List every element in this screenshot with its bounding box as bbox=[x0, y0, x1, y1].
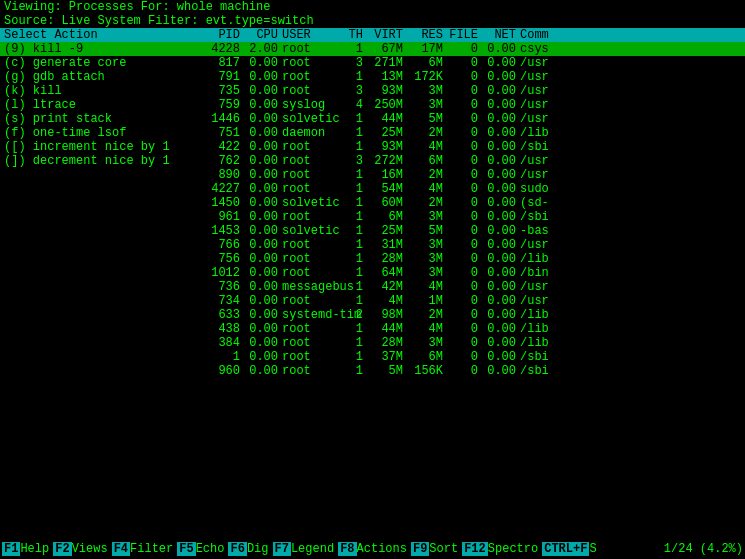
proc-user: solvetic bbox=[282, 224, 342, 238]
proc-net: 0.00 bbox=[482, 266, 520, 280]
proc-th: 1 bbox=[342, 210, 367, 224]
table-row[interactable]: 1 0.00 root 1 37M 6M 0 0.00 /sbi bbox=[0, 350, 745, 364]
fn-key-f8[interactable]: F8 bbox=[338, 542, 356, 556]
proc-net: 0.00 bbox=[482, 140, 520, 154]
proc-res: 6M bbox=[407, 350, 447, 364]
proc-comm: /usr bbox=[520, 56, 741, 70]
proc-action: (l) ltrace bbox=[4, 98, 199, 112]
fn-label-views: Views bbox=[72, 542, 108, 556]
proc-comm: /usr bbox=[520, 168, 741, 182]
header-file: FILE bbox=[447, 28, 482, 42]
proc-res: 3M bbox=[407, 210, 447, 224]
table-row[interactable]: 756 0.00 root 1 28M 3M 0 0.00 /lib bbox=[0, 252, 745, 266]
proc-net: 0.00 bbox=[482, 84, 520, 98]
proc-cpu: 0.00 bbox=[244, 84, 282, 98]
proc-comm: /sbi bbox=[520, 140, 741, 154]
table-row[interactable]: 961 0.00 root 1 6M 3M 0 0.00 /sbi bbox=[0, 210, 745, 224]
table-row[interactable]: (l) ltrace 759 0.00 syslog 4 250M 3M 0 0… bbox=[0, 98, 745, 112]
fn-key-ctrlf[interactable]: CTRL+F bbox=[542, 542, 589, 556]
proc-user: solvetic bbox=[282, 112, 342, 126]
table-row[interactable]: (c) generate core 817 0.00 root 3 271M 6… bbox=[0, 56, 745, 70]
table-row[interactable]: 633 0.00 systemd-tim 2 98M 2M 0 0.00 /li… bbox=[0, 308, 745, 322]
proc-virt: 93M bbox=[367, 84, 407, 98]
proc-comm: /usr bbox=[520, 84, 741, 98]
header-row: Select Action PID CPU USER TH VIRT RES F… bbox=[0, 28, 745, 42]
proc-cpu: 0.00 bbox=[244, 322, 282, 336]
table-row[interactable]: 1450 0.00 solvetic 1 60M 2M 0 0.00 (sd- bbox=[0, 196, 745, 210]
table-row[interactable]: 734 0.00 root 1 4M 1M 0 0.00 /usr bbox=[0, 294, 745, 308]
proc-pid: 734 bbox=[199, 294, 244, 308]
proc-user: root bbox=[282, 56, 342, 70]
proc-action bbox=[4, 196, 199, 210]
proc-virt: 54M bbox=[367, 182, 407, 196]
fn-key-f2[interactable]: F2 bbox=[53, 542, 71, 556]
proc-cpu: 2.00 bbox=[244, 42, 282, 56]
fn-key-f6[interactable]: F6 bbox=[228, 542, 246, 556]
proc-action bbox=[4, 350, 199, 364]
proc-pid: 766 bbox=[199, 238, 244, 252]
proc-file: 0 bbox=[447, 56, 482, 70]
proc-virt: 272M bbox=[367, 154, 407, 168]
proc-virt: 44M bbox=[367, 322, 407, 336]
proc-comm: -bas bbox=[520, 224, 741, 238]
proc-cpu: 0.00 bbox=[244, 182, 282, 196]
header-cpu: CPU bbox=[244, 28, 282, 42]
proc-res: 4M bbox=[407, 182, 447, 196]
proc-file: 0 bbox=[447, 350, 482, 364]
proc-cpu: 0.00 bbox=[244, 168, 282, 182]
table-row[interactable]: (f) one-time lsof 751 0.00 daemon 1 25M … bbox=[0, 126, 745, 140]
fn-key-f7[interactable]: F7 bbox=[273, 542, 291, 556]
table-row[interactable]: 1453 0.00 solvetic 1 25M 5M 0 0.00 -bas bbox=[0, 224, 745, 238]
table-row[interactable]: 766 0.00 root 1 31M 3M 0 0.00 /usr bbox=[0, 238, 745, 252]
fn-key-f9[interactable]: F9 bbox=[411, 542, 429, 556]
proc-cpu: 0.00 bbox=[244, 266, 282, 280]
fn-key-f12[interactable]: F12 bbox=[462, 542, 488, 556]
table-row[interactable]: (]) decrement nice by 1 762 0.00 root 3 … bbox=[0, 154, 745, 168]
proc-file: 0 bbox=[447, 112, 482, 126]
proc-pid: 633 bbox=[199, 308, 244, 322]
proc-th: 1 bbox=[342, 196, 367, 210]
table-row[interactable]: 890 0.00 root 1 16M 2M 0 0.00 /usr bbox=[0, 168, 745, 182]
proc-res: 17M bbox=[407, 42, 447, 56]
table-row[interactable]: 4227 0.00 root 1 54M 4M 0 0.00 sudo bbox=[0, 182, 745, 196]
proc-action bbox=[4, 322, 199, 336]
table-row[interactable]: (s) print stack 1446 0.00 solvetic 1 44M… bbox=[0, 112, 745, 126]
screen: Viewing: Processes For: whole machine So… bbox=[0, 0, 745, 559]
fn-key-f5[interactable]: F5 bbox=[177, 542, 195, 556]
proc-res: 4M bbox=[407, 140, 447, 154]
proc-cpu: 0.00 bbox=[244, 154, 282, 168]
proc-file: 0 bbox=[447, 322, 482, 336]
fn-key-f4[interactable]: F4 bbox=[112, 542, 130, 556]
proc-comm: /usr bbox=[520, 70, 741, 84]
table-row[interactable]: 1012 0.00 root 1 64M 3M 0 0.00 /bin bbox=[0, 266, 745, 280]
proc-action bbox=[4, 294, 199, 308]
proc-res: 172K bbox=[407, 70, 447, 84]
proc-comm: /sbi bbox=[520, 210, 741, 224]
proc-net: 0.00 bbox=[482, 224, 520, 238]
table-row[interactable]: (k) kill 735 0.00 root 3 93M 3M 0 0.00 /… bbox=[0, 84, 745, 98]
fn-label-sort: Sort bbox=[429, 542, 458, 556]
table-row[interactable]: (9) kill -9 4228 2.00 root 1 67M 17M 0 0… bbox=[0, 42, 745, 56]
proc-th: 3 bbox=[342, 154, 367, 168]
table-row[interactable]: ([) increment nice by 1 422 0.00 root 1 … bbox=[0, 140, 745, 154]
fn-label-echo: Echo bbox=[196, 542, 225, 556]
proc-th: 1 bbox=[342, 182, 367, 196]
fn-label-spectro: Spectro bbox=[488, 542, 538, 556]
proc-res: 3M bbox=[407, 336, 447, 350]
fn-label-filter: Filter bbox=[130, 542, 173, 556]
fn-key-f1[interactable]: F1 bbox=[2, 542, 20, 556]
proc-comm: /usr bbox=[520, 238, 741, 252]
proc-user: root bbox=[282, 350, 342, 364]
proc-th: 1 bbox=[342, 168, 367, 182]
proc-pid: 762 bbox=[199, 154, 244, 168]
proc-action bbox=[4, 364, 199, 378]
table-row[interactable]: 736 0.00 messagebus 1 42M 4M 0 0.00 /usr bbox=[0, 280, 745, 294]
proc-action bbox=[4, 308, 199, 322]
proc-pid: 4228 bbox=[199, 42, 244, 56]
proc-action: (]) decrement nice by 1 bbox=[4, 154, 199, 168]
table-row[interactable]: 960 0.00 root 1 5M 156K 0 0.00 /sbi bbox=[0, 364, 745, 378]
table-row[interactable]: 384 0.00 root 1 28M 3M 0 0.00 /lib bbox=[0, 336, 745, 350]
proc-cpu: 0.00 bbox=[244, 336, 282, 350]
table-row[interactable]: 438 0.00 root 1 44M 4M 0 0.00 /lib bbox=[0, 322, 745, 336]
table-row[interactable]: (g) gdb attach 791 0.00 root 1 13M 172K … bbox=[0, 70, 745, 84]
